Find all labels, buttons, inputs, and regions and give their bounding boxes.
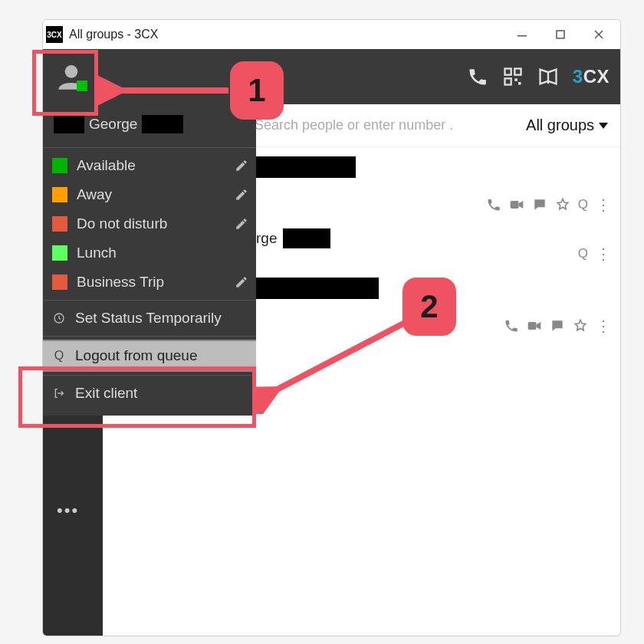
- avatar-button[interactable]: [54, 59, 89, 94]
- pencil-icon[interactable]: [235, 188, 248, 202]
- separator: [43, 300, 256, 301]
- contact-name-fragment: rge: [256, 230, 277, 247]
- clock-icon: [52, 311, 66, 325]
- redacted-text: [54, 115, 84, 133]
- titlebar: 3CX All groups - 3CX: [43, 20, 620, 49]
- star-icon[interactable]: [555, 197, 570, 212]
- annotation-arrow-2: [253, 307, 414, 414]
- chat-icon[interactable]: [532, 197, 547, 212]
- redacted-text: [256, 278, 379, 299]
- contact-actions: Q ⋮: [578, 246, 611, 261]
- status-lunch[interactable]: Lunch: [43, 238, 256, 268]
- brand-part-b: CX: [583, 66, 610, 87]
- video-icon[interactable]: [509, 197, 524, 212]
- status-label: Lunch: [77, 245, 117, 261]
- group-filter-label: All groups: [526, 117, 594, 134]
- phone-icon[interactable]: [467, 66, 488, 87]
- pencil-icon[interactable]: [235, 217, 248, 231]
- svg-rect-3: [504, 69, 511, 75]
- separator: [43, 147, 256, 148]
- window-controls: [511, 24, 610, 45]
- redacted-text: [256, 156, 356, 178]
- svg-rect-6: [514, 78, 518, 81]
- contact-actions: ⋮: [504, 318, 611, 334]
- status-label: Away: [77, 186, 112, 203]
- status-color-swatch: [52, 216, 67, 232]
- chat-icon[interactable]: [550, 318, 565, 334]
- svg-line-12: [267, 322, 406, 395]
- status-color-swatch: [52, 158, 67, 173]
- status-dropdown: George Available Away Do not disturb Lun…: [43, 104, 256, 416]
- annotation-badge-2: 2: [402, 278, 456, 336]
- status-color-swatch: [52, 187, 67, 202]
- svg-rect-8: [510, 201, 518, 209]
- svg-rect-0: [518, 35, 527, 37]
- phone-icon[interactable]: [486, 197, 501, 212]
- minimize-button[interactable]: [511, 24, 533, 45]
- maximize-button[interactable]: [550, 24, 571, 45]
- group-filter-dropdown[interactable]: All groups: [526, 117, 608, 134]
- status-label: Available: [77, 157, 136, 174]
- annotation-badge-1: 1: [230, 61, 284, 120]
- action-label: Logout from queue: [75, 347, 198, 364]
- status-dnd[interactable]: Do not disturb: [43, 209, 256, 238]
- search-input[interactable]: [255, 117, 512, 133]
- pencil-icon[interactable]: [235, 159, 248, 172]
- user-name: George: [89, 116, 137, 133]
- queue-badge: Q: [578, 197, 588, 212]
- queue-icon: [52, 349, 66, 363]
- action-label: Set Status Temporarily: [75, 310, 222, 327]
- svg-rect-9: [528, 322, 537, 330]
- svg-rect-7: [518, 82, 521, 85]
- contact-actions: Q ⋮: [486, 197, 611, 212]
- kebab-menu[interactable]: ⋮: [596, 197, 611, 212]
- brand-logo: 3CX: [573, 66, 610, 87]
- status-label: Do not disturb: [77, 215, 167, 232]
- brand-part-a: 3: [573, 66, 583, 87]
- logout-from-queue[interactable]: Logout from queue: [43, 340, 256, 372]
- action-label: Exit client: [75, 385, 137, 402]
- qr-icon[interactable]: [502, 66, 524, 87]
- redacted-text: [142, 115, 183, 133]
- app-icon: 3CX: [46, 26, 63, 43]
- phone-icon[interactable]: [504, 318, 519, 334]
- pencil-icon[interactable]: [235, 275, 248, 289]
- presence-indicator: [77, 80, 87, 91]
- header-actions: 3CX: [467, 66, 610, 87]
- kebab-menu[interactable]: ⋮: [596, 246, 611, 261]
- redacted-text: [283, 228, 330, 248]
- status-label: Business Trip: [77, 274, 164, 291]
- status-available[interactable]: Available: [43, 151, 256, 180]
- exit-icon: [52, 386, 66, 400]
- exit-client[interactable]: Exit client: [43, 379, 256, 408]
- svg-point-2: [65, 65, 78, 78]
- status-business-trip[interactable]: Business Trip: [43, 268, 256, 297]
- set-status-temporarily[interactable]: Set Status Temporarily: [43, 304, 256, 333]
- separator: [43, 336, 256, 337]
- annotation-arrow-1: [98, 67, 232, 113]
- svg-rect-1: [557, 31, 564, 38]
- kebab-menu[interactable]: ⋮: [596, 318, 611, 334]
- video-icon[interactable]: [527, 318, 542, 334]
- separator: [43, 375, 256, 376]
- window-title: All groups - 3CX: [69, 28, 511, 41]
- star-icon[interactable]: [573, 318, 588, 334]
- status-color-swatch: [52, 245, 67, 261]
- svg-rect-5: [504, 78, 511, 84]
- close-button[interactable]: [588, 24, 610, 45]
- status-away[interactable]: Away: [43, 180, 256, 209]
- queue-badge: Q: [578, 246, 588, 261]
- chevron-down-icon: [599, 123, 608, 129]
- svg-rect-4: [514, 69, 521, 75]
- book-icon[interactable]: [537, 66, 559, 87]
- more-menu-icon[interactable]: •••: [57, 501, 79, 521]
- status-color-swatch: [52, 274, 67, 290]
